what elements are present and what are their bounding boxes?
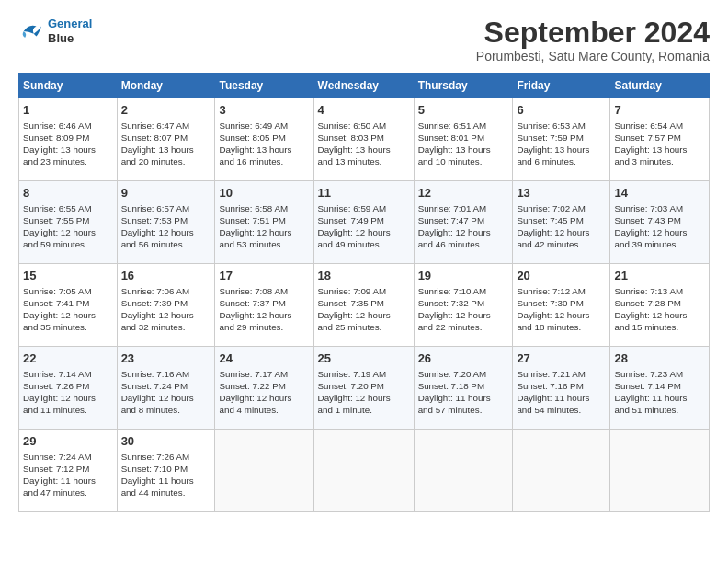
day-info: Sunrise: 7:06 AM Sunset: 7:39 PM Dayligh… (121, 285, 211, 334)
day-number: 6 (517, 102, 606, 119)
calendar-week-row-1: 1Sunrise: 6:46 AM Sunset: 8:09 PM Daylig… (19, 98, 710, 181)
day-number: 27 (517, 350, 606, 367)
calendar-cell: 30Sunrise: 7:26 AM Sunset: 7:10 PM Dayli… (117, 430, 215, 512)
calendar-cell: 1Sunrise: 6:46 AM Sunset: 8:09 PM Daylig… (19, 98, 118, 181)
day-number: 23 (121, 350, 211, 367)
weekday-header-row: SundayMondayTuesdayWednesdayThursdayFrid… (19, 74, 710, 98)
calendar-cell: 2Sunrise: 6:47 AM Sunset: 8:07 PM Daylig… (117, 98, 215, 181)
day-number: 30 (121, 433, 211, 450)
day-number: 13 (517, 185, 606, 201)
calendar-cell: 21Sunrise: 7:13 AM Sunset: 7:28 PM Dayli… (610, 264, 710, 347)
logo-icon (18, 21, 44, 41)
weekday-header-saturday: Saturday (610, 74, 710, 98)
calendar-cell: 27Sunrise: 7:21 AM Sunset: 7:16 PM Dayli… (513, 347, 610, 430)
day-number: 4 (318, 102, 410, 119)
day-info: Sunrise: 7:08 AM Sunset: 7:37 PM Dayligh… (219, 285, 309, 334)
calendar-cell: 15Sunrise: 7:05 AM Sunset: 7:41 PM Dayli… (19, 264, 118, 347)
calendar-cell: 14Sunrise: 7:03 AM Sunset: 7:43 PM Dayli… (610, 181, 710, 264)
calendar-cell: 19Sunrise: 7:10 AM Sunset: 7:32 PM Dayli… (414, 264, 513, 347)
calendar-cell: 9Sunrise: 6:57 AM Sunset: 7:53 PM Daylig… (117, 181, 215, 264)
day-number: 20 (517, 268, 606, 284)
day-info: Sunrise: 7:09 AM Sunset: 7:35 PM Dayligh… (318, 285, 410, 334)
day-number: 15 (23, 268, 113, 284)
day-number: 21 (614, 268, 705, 284)
day-info: Sunrise: 7:19 AM Sunset: 7:20 PM Dayligh… (318, 368, 410, 417)
day-number: 3 (219, 102, 309, 119)
calendar-table: SundayMondayTuesdayWednesdayThursdayFrid… (18, 73, 710, 512)
logo-text: General Blue (48, 17, 92, 45)
calendar-cell: 11Sunrise: 6:59 AM Sunset: 7:49 PM Dayli… (313, 181, 414, 264)
calendar-week-row-3: 15Sunrise: 7:05 AM Sunset: 7:41 PM Dayli… (19, 264, 710, 347)
calendar-cell (215, 430, 313, 512)
calendar-cell: 13Sunrise: 7:02 AM Sunset: 7:45 PM Dayli… (513, 181, 610, 264)
day-number: 2 (121, 102, 211, 119)
day-info: Sunrise: 6:50 AM Sunset: 8:03 PM Dayligh… (318, 120, 410, 168)
day-number: 16 (121, 268, 211, 284)
day-number: 10 (219, 185, 309, 201)
calendar-week-row-4: 22Sunrise: 7:14 AM Sunset: 7:26 PM Dayli… (19, 347, 710, 430)
day-number: 12 (418, 185, 509, 201)
day-info: Sunrise: 7:03 AM Sunset: 7:43 PM Dayligh… (614, 202, 705, 251)
calendar-cell: 3Sunrise: 6:49 AM Sunset: 8:05 PM Daylig… (215, 98, 313, 181)
day-info: Sunrise: 6:57 AM Sunset: 7:53 PM Dayligh… (121, 202, 211, 251)
day-number: 8 (23, 185, 113, 201)
day-number: 14 (614, 185, 705, 201)
calendar-cell: 17Sunrise: 7:08 AM Sunset: 7:37 PM Dayli… (215, 264, 313, 347)
day-number: 1 (23, 102, 113, 119)
day-number: 25 (318, 350, 410, 367)
calendar-cell: 6Sunrise: 6:53 AM Sunset: 7:59 PM Daylig… (513, 98, 610, 181)
day-info: Sunrise: 7:01 AM Sunset: 7:47 PM Dayligh… (418, 202, 509, 251)
day-number: 5 (418, 102, 509, 119)
calendar-cell: 7Sunrise: 6:54 AM Sunset: 7:57 PM Daylig… (610, 98, 710, 181)
weekday-header-friday: Friday (513, 74, 610, 98)
day-number: 18 (318, 268, 410, 284)
calendar-cell: 25Sunrise: 7:19 AM Sunset: 7:20 PM Dayli… (313, 347, 414, 430)
day-number: 7 (614, 102, 705, 119)
day-number: 17 (219, 268, 309, 284)
day-info: Sunrise: 6:47 AM Sunset: 8:07 PM Dayligh… (121, 120, 211, 168)
calendar-week-row-5: 29Sunrise: 7:24 AM Sunset: 7:12 PM Dayli… (19, 430, 710, 512)
calendar-cell: 16Sunrise: 7:06 AM Sunset: 7:39 PM Dayli… (117, 264, 215, 347)
day-info: Sunrise: 6:46 AM Sunset: 8:09 PM Dayligh… (23, 120, 113, 168)
calendar-cell: 20Sunrise: 7:12 AM Sunset: 7:30 PM Dayli… (513, 264, 610, 347)
day-info: Sunrise: 7:23 AM Sunset: 7:14 PM Dayligh… (614, 368, 705, 417)
day-info: Sunrise: 7:14 AM Sunset: 7:26 PM Dayligh… (23, 368, 113, 417)
title-block: September 2024 Porumbesti, Satu Mare Cou… (476, 17, 710, 63)
calendar-cell: 8Sunrise: 6:55 AM Sunset: 7:55 PM Daylig… (19, 181, 118, 264)
header: General Blue September 2024 Porumbesti, … (18, 17, 710, 63)
calendar-cell: 10Sunrise: 6:58 AM Sunset: 7:51 PM Dayli… (215, 181, 313, 264)
calendar-cell (513, 430, 610, 512)
day-number: 22 (23, 350, 113, 367)
month-title: September 2024 (476, 17, 710, 49)
day-info: Sunrise: 7:12 AM Sunset: 7:30 PM Dayligh… (517, 285, 606, 334)
calendar-cell: 26Sunrise: 7:20 AM Sunset: 7:18 PM Dayli… (414, 347, 513, 430)
calendar-cell (313, 430, 414, 512)
calendar-cell: 12Sunrise: 7:01 AM Sunset: 7:47 PM Dayli… (414, 181, 513, 264)
day-info: Sunrise: 6:55 AM Sunset: 7:55 PM Dayligh… (23, 202, 113, 251)
page-container: General Blue September 2024 Porumbesti, … (0, 0, 728, 522)
calendar-cell: 18Sunrise: 7:09 AM Sunset: 7:35 PM Dayli… (313, 264, 414, 347)
day-info: Sunrise: 7:16 AM Sunset: 7:24 PM Dayligh… (121, 368, 211, 417)
day-info: Sunrise: 7:20 AM Sunset: 7:18 PM Dayligh… (418, 368, 509, 417)
day-info: Sunrise: 7:26 AM Sunset: 7:10 PM Dayligh… (121, 451, 211, 500)
weekday-header-tuesday: Tuesday (215, 74, 313, 98)
calendar-cell: 29Sunrise: 7:24 AM Sunset: 7:12 PM Dayli… (19, 430, 118, 512)
calendar-cell: 5Sunrise: 6:51 AM Sunset: 8:01 PM Daylig… (414, 98, 513, 181)
day-info: Sunrise: 7:05 AM Sunset: 7:41 PM Dayligh… (23, 285, 113, 334)
weekday-header-sunday: Sunday (19, 74, 118, 98)
day-number: 28 (614, 350, 705, 367)
location: Porumbesti, Satu Mare County, Romania (476, 49, 710, 63)
day-number: 29 (23, 433, 113, 450)
day-info: Sunrise: 6:54 AM Sunset: 7:57 PM Dayligh… (614, 120, 705, 168)
day-info: Sunrise: 6:51 AM Sunset: 8:01 PM Dayligh… (418, 120, 509, 168)
day-number: 11 (318, 185, 410, 201)
day-info: Sunrise: 7:17 AM Sunset: 7:22 PM Dayligh… (219, 368, 309, 417)
day-info: Sunrise: 7:02 AM Sunset: 7:45 PM Dayligh… (517, 202, 606, 251)
day-number: 9 (121, 185, 211, 201)
day-info: Sunrise: 7:21 AM Sunset: 7:16 PM Dayligh… (517, 368, 606, 417)
day-info: Sunrise: 7:24 AM Sunset: 7:12 PM Dayligh… (23, 451, 113, 500)
logo: General Blue (18, 17, 92, 45)
day-number: 24 (219, 350, 309, 367)
calendar-cell: 22Sunrise: 7:14 AM Sunset: 7:26 PM Dayli… (19, 347, 118, 430)
calendar-cell: 23Sunrise: 7:16 AM Sunset: 7:24 PM Dayli… (117, 347, 215, 430)
